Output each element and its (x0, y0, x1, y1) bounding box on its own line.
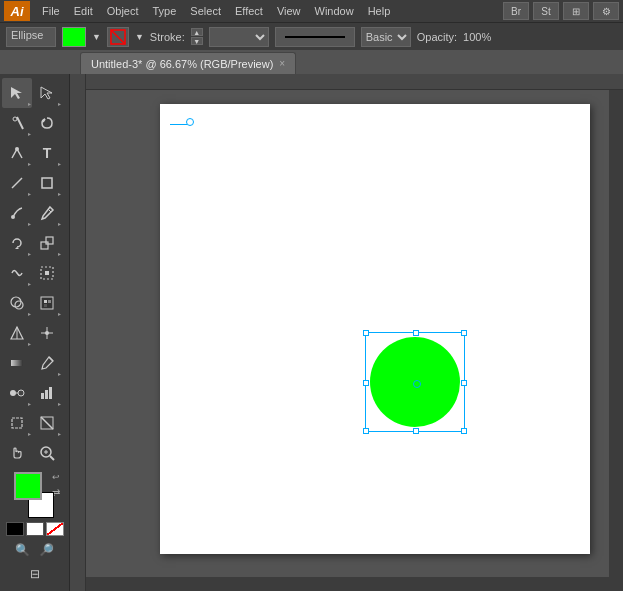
warp-tool-arrow: ▸ (28, 280, 31, 287)
stroke-dropdown-arrow[interactable]: ▼ (135, 32, 144, 42)
tool-row-5: ▸ ▸ (2, 198, 67, 228)
tool-row-2: ▸ (2, 108, 67, 138)
direct-selection-tool[interactable]: ▸ (32, 78, 62, 108)
slice-tool[interactable]: ▸ (32, 408, 62, 438)
perspective-grid-tool[interactable]: ▸ (2, 318, 32, 348)
blend-tool[interactable]: ▸ (2, 378, 32, 408)
svg-line-25 (49, 357, 53, 361)
svg-rect-17 (44, 300, 47, 303)
stroke-decrement[interactable]: ▼ (191, 37, 203, 45)
free-transform-tool[interactable] (32, 258, 62, 288)
none-swatch[interactable] (46, 522, 64, 536)
svg-line-33 (41, 417, 53, 429)
rotate-tool[interactable]: ▸ (2, 228, 32, 258)
menu-window[interactable]: Window (309, 3, 360, 19)
rectangle-tool[interactable]: ▸ (32, 168, 62, 198)
tab-close-button[interactable]: × (279, 58, 285, 69)
menubar: Ai File Edit Object Type Select Effect V… (0, 0, 623, 22)
menu-select[interactable]: Select (184, 3, 227, 19)
workspace-grid-icon[interactable]: ⊞ (563, 2, 589, 20)
svg-rect-7 (42, 178, 52, 188)
svg-point-23 (45, 331, 49, 335)
menu-view[interactable]: View (271, 3, 307, 19)
magic-wand-tool[interactable]: ▸ (2, 108, 32, 138)
reset-colors-icon[interactable]: ↩ (52, 472, 60, 482)
stroke-style-line (285, 36, 345, 38)
pen-tool[interactable]: ▸ (2, 138, 32, 168)
warp-tool[interactable]: ▸ (2, 258, 32, 288)
zoom-out-icon[interactable]: 🔎 (36, 540, 58, 560)
chart-tool-arrow: ▸ (58, 400, 61, 407)
menu-type[interactable]: Type (147, 3, 183, 19)
canvas-area[interactable] (70, 74, 623, 591)
live-paint-tool-arrow: ▸ (58, 310, 61, 317)
nav-icons-row: 🔍 🔎 (4, 540, 65, 560)
hand-tool[interactable] (2, 438, 32, 468)
document-tab[interactable]: Untitled-3* @ 66.67% (RGB/Preview) × (80, 52, 296, 74)
stroke-text-label: Stroke: (150, 31, 185, 43)
menu-effect[interactable]: Effect (229, 3, 269, 19)
white-swatch[interactable] (26, 522, 44, 536)
fill-color-box[interactable] (62, 27, 86, 47)
stroke-icon[interactable] (107, 27, 129, 47)
stroke-width-spinner[interactable]: ▲ ▼ (191, 28, 203, 45)
optionsbar: Ellipse ▼ ▼ Stroke: ▲ ▼ Basic Opacity: 1… (0, 22, 623, 50)
line-tool[interactable]: ▸ (2, 168, 32, 198)
paintbrush-tool[interactable]: ▸ (2, 198, 32, 228)
opacity-value: 100% (463, 31, 493, 43)
main-area: ▸ ▸ ▸ (0, 74, 623, 591)
stroke-profile-select[interactable]: Basic (361, 27, 411, 47)
svg-rect-10 (41, 242, 48, 249)
tool-row-8: ▸ ▸ (2, 288, 67, 318)
menu-object[interactable]: Object (101, 3, 145, 19)
black-swatch[interactable] (6, 522, 24, 536)
svg-line-36 (50, 456, 54, 460)
paintbrush-tool-arrow: ▸ (28, 220, 31, 227)
scale-tool-arrow: ▸ (58, 250, 61, 257)
zoom-tool[interactable] (32, 438, 62, 468)
scale-tool[interactable]: ▸ (32, 228, 62, 258)
opacity-label: Opacity: (417, 31, 457, 43)
live-paint-tool[interactable]: ▸ (32, 288, 62, 318)
svg-point-27 (18, 390, 24, 396)
svg-rect-32 (12, 418, 22, 428)
gradient-tool[interactable] (2, 348, 32, 378)
ruler-horizontal (70, 74, 623, 90)
menu-file[interactable]: File (36, 3, 66, 19)
fill-dropdown-arrow[interactable]: ▼ (92, 32, 101, 42)
svg-rect-24 (11, 360, 23, 366)
eyedropper-tool[interactable]: ▸ (32, 348, 62, 378)
chart-tool[interactable]: ▸ (32, 378, 62, 408)
artboard-tool[interactable]: ▸ (2, 408, 32, 438)
pencil-tool[interactable]: ▸ (32, 198, 62, 228)
mesh-tool[interactable] (32, 318, 62, 348)
anchor-reference-circle[interactable] (186, 118, 194, 126)
menu-edit[interactable]: Edit (68, 3, 99, 19)
scrollbar-vertical[interactable] (609, 90, 623, 577)
shape-builder-tool[interactable]: ▸ (2, 288, 32, 318)
stroke-increment[interactable]: ▲ (191, 28, 203, 36)
selection-tool-arrow: ▸ (28, 100, 31, 107)
settings-icon[interactable]: ⚙ (593, 2, 619, 20)
menu-help[interactable]: Help (362, 3, 397, 19)
stroke-width-select[interactable] (209, 27, 269, 47)
rectangle-tool-arrow: ▸ (58, 190, 61, 197)
type-tool[interactable]: T ▸ (32, 138, 62, 168)
arrange-icon[interactable]: ⊟ (24, 564, 46, 584)
bridge-icon[interactable]: Br (503, 2, 529, 20)
svg-point-8 (11, 215, 15, 219)
topbar-right-icons: Br St ⊞ ⚙ (503, 2, 619, 20)
stroke-style-box[interactable] (275, 27, 355, 47)
pen-tool-arrow: ▸ (28, 160, 31, 167)
ellipse-shape[interactable] (370, 337, 460, 427)
scrollbar-horizontal[interactable] (86, 577, 623, 591)
magnify-icon[interactable]: 🔍 (12, 540, 34, 560)
selection-tool[interactable]: ▸ (2, 78, 32, 108)
svg-rect-29 (41, 393, 44, 399)
ruler-vertical (70, 74, 86, 591)
artboard[interactable] (160, 104, 590, 554)
lasso-tool[interactable] (32, 108, 62, 138)
svg-point-26 (10, 390, 16, 396)
fill-color-box-swatch[interactable] (14, 472, 42, 500)
stock-icon[interactable]: St (533, 2, 559, 20)
